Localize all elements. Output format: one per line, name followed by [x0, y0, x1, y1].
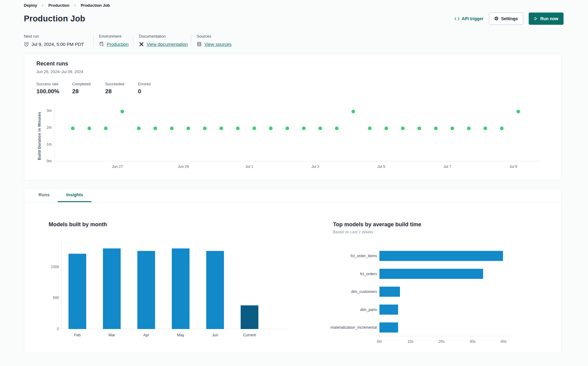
month-bar[interactable]: [68, 254, 86, 329]
stat-success-rate: Success rate 100.00%: [36, 82, 72, 95]
top-models-by-build-time-chart: 0m10s20s30s40sfct_order_itemsfct_ordersd…: [309, 242, 523, 346]
model-build-time-bar[interactable]: [379, 323, 398, 333]
run-duration-dot[interactable]: [467, 127, 471, 130]
breadcrumb: Deploy Production Production Job: [24, 3, 564, 8]
stat-label: Errored: [138, 82, 151, 86]
chevron-right-icon: [41, 4, 44, 7]
chevron-right-icon: [74, 4, 76, 7]
month-bar[interactable]: [172, 248, 190, 329]
environment-database-icon: [99, 42, 104, 47]
run-duration-dot[interactable]: [269, 127, 273, 130]
svg-text:30s: 30s: [470, 339, 475, 344]
environment-link[interactable]: Production: [107, 42, 129, 47]
stat-value: 28: [72, 88, 105, 95]
build-duration-scatter-chart: 0m1m2m3mBuild Duration in MinutesJun 27J…: [36, 100, 549, 172]
run-duration-dot[interactable]: [203, 127, 207, 130]
stat-value: 28: [105, 88, 138, 95]
run-duration-dot[interactable]: [434, 127, 438, 130]
view-documentation-link[interactable]: View documentation: [146, 42, 188, 47]
recent-runs-date-range: Jun 25, 2024–Jul 09, 2024: [36, 69, 549, 74]
next-run-label: Next run: [24, 34, 84, 39]
month-bar[interactable]: [241, 305, 258, 329]
recent-runs-stats: Success rate 100.00% Completed 28 Succee…: [36, 82, 549, 95]
play-icon: [534, 17, 538, 21]
run-duration-dot[interactable]: [236, 127, 240, 130]
svg-text:0: 0: [57, 327, 59, 331]
gear-icon: ⚙: [494, 16, 498, 21]
run-duration-dot[interactable]: [368, 127, 372, 130]
run-duration-dot[interactable]: [500, 127, 504, 130]
run-duration-dot[interactable]: [137, 127, 141, 130]
run-duration-dot[interactable]: [401, 127, 405, 130]
page-header: Deploy Production Production Job Product…: [0, 0, 588, 25]
tab-runs[interactable]: Runs: [30, 188, 58, 202]
view-sources-link[interactable]: View sources: [204, 42, 231, 47]
run-duration-dot[interactable]: [516, 110, 520, 113]
run-duration-dot[interactable]: [302, 127, 305, 130]
svg-text:Jul 3: Jul 3: [312, 165, 320, 169]
run-duration-dot[interactable]: [384, 127, 388, 130]
run-now-label: Run now: [540, 16, 558, 21]
svg-text:dim_customers: dim_customers: [351, 290, 377, 294]
svg-text:Jun 27: Jun 27: [112, 165, 123, 169]
svg-text:Current: Current: [243, 333, 256, 337]
run-duration-dot[interactable]: [483, 127, 487, 130]
top-models-title: Top models by average build time: [333, 221, 561, 228]
svg-text:1000: 1000: [51, 265, 59, 269]
model-build-time-bar[interactable]: [379, 269, 483, 279]
breadcrumb-deploy[interactable]: Deploy: [24, 3, 37, 8]
stat-succeeded: Succeeded 28: [105, 82, 138, 95]
job-meta-row: Next run Jul 9, 2024, 5:00 PM PDT Enviro…: [0, 34, 588, 47]
model-build-time-bar[interactable]: [379, 251, 503, 261]
stat-label: Succeeded: [105, 82, 138, 86]
run-duration-dot[interactable]: [335, 127, 338, 130]
next-run-value: Jul 9, 2024, 5:00 PM PDT: [31, 42, 84, 47]
run-duration-dot[interactable]: [450, 127, 454, 130]
month-bar[interactable]: [103, 248, 121, 329]
y-axis-label: Build Duration in Minutes: [37, 112, 42, 160]
settings-label: Settings: [501, 16, 518, 21]
sources-label: Sources: [197, 34, 231, 39]
model-build-time-bar[interactable]: [379, 287, 400, 297]
svg-text:2m: 2m: [46, 125, 52, 130]
svg-text:materialization_incremental: materialization_incremental: [331, 325, 377, 330]
run-duration-dot[interactable]: [417, 127, 421, 130]
recent-runs-card: Recent runs Jun 25, 2024–Jul 09, 2024 Su…: [24, 54, 561, 181]
api-trigger-link[interactable]: API trigger: [454, 16, 484, 21]
run-duration-dot[interactable]: [220, 127, 223, 130]
run-now-button[interactable]: Run now: [529, 13, 564, 25]
run-duration-dot[interactable]: [153, 127, 157, 130]
run-duration-dot[interactable]: [120, 110, 124, 113]
month-bar[interactable]: [206, 251, 224, 329]
stat-value: 0: [138, 88, 151, 95]
svg-text:Jul 1: Jul 1: [246, 165, 253, 169]
insights-card: Runs Insights Models built by month 0500…: [24, 188, 561, 352]
svg-text:500: 500: [53, 296, 59, 300]
month-bar[interactable]: [137, 251, 155, 329]
run-duration-dot[interactable]: [87, 127, 91, 130]
run-duration-dot[interactable]: [286, 127, 289, 130]
svg-text:May: May: [177, 333, 184, 337]
svg-text:Apr: Apr: [143, 333, 149, 337]
meta-sources: Sources View sources: [191, 34, 241, 47]
run-duration-dot[interactable]: [253, 127, 256, 130]
recent-runs-title: Recent runs: [36, 61, 549, 67]
run-duration-dot[interactable]: [71, 127, 75, 130]
svg-text:20s: 20s: [438, 339, 444, 344]
run-duration-dot[interactable]: [170, 127, 174, 130]
run-duration-dot[interactable]: [318, 127, 322, 130]
run-duration-dot[interactable]: [104, 127, 108, 130]
tab-insights[interactable]: Insights: [58, 188, 91, 202]
meta-next-run: Next run Jul 9, 2024, 5:00 PM PDT: [24, 34, 93, 47]
model-build-time-bar[interactable]: [379, 305, 398, 315]
breadcrumb-production-job: Production Job: [81, 3, 110, 8]
settings-button[interactable]: ⚙ Settings: [489, 13, 523, 25]
breadcrumb-production[interactable]: Production: [48, 3, 69, 8]
run-duration-dot[interactable]: [187, 127, 190, 130]
page-title: Production Job: [24, 14, 85, 24]
svg-text:3m: 3m: [46, 109, 52, 113]
run-duration-dot[interactable]: [351, 110, 355, 113]
svg-text:1m: 1m: [46, 142, 52, 146]
svg-text:fct_order_items: fct_order_items: [351, 254, 377, 258]
svg-text:0m: 0m: [46, 159, 52, 163]
